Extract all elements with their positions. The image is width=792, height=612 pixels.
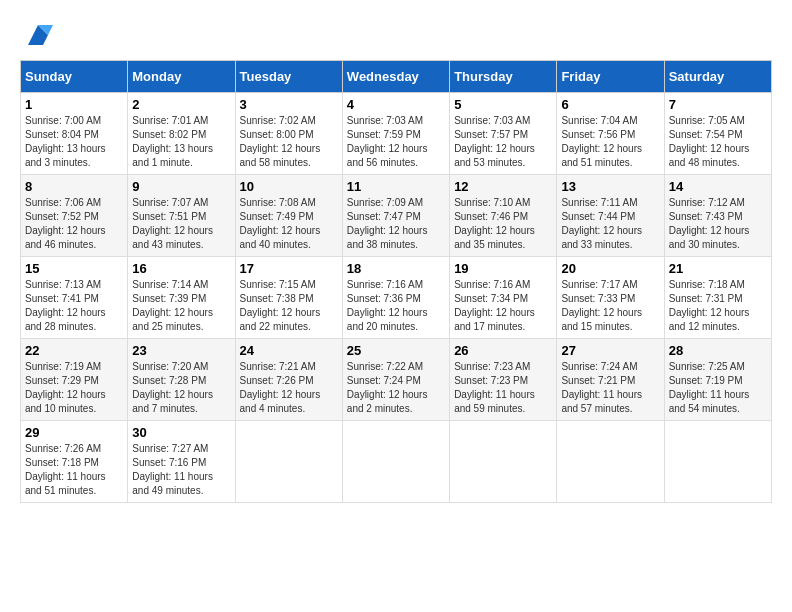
day-content: Sunrise: 7:25 AMSunset: 7:19 PMDaylight:… [669, 360, 767, 416]
day-number: 3 [240, 97, 338, 112]
table-row: 19Sunrise: 7:16 AMSunset: 7:34 PMDayligh… [450, 257, 557, 339]
table-row: 2Sunrise: 7:01 AMSunset: 8:02 PMDaylight… [128, 93, 235, 175]
day-content: Sunrise: 7:17 AMSunset: 7:33 PMDaylight:… [561, 278, 659, 334]
table-row: 11Sunrise: 7:09 AMSunset: 7:47 PMDayligh… [342, 175, 449, 257]
day-content: Sunrise: 7:22 AMSunset: 7:24 PMDaylight:… [347, 360, 445, 416]
day-content: Sunrise: 7:03 AMSunset: 7:57 PMDaylight:… [454, 114, 552, 170]
day-content: Sunrise: 7:07 AMSunset: 7:51 PMDaylight:… [132, 196, 230, 252]
table-row: 1Sunrise: 7:00 AMSunset: 8:04 PMDaylight… [21, 93, 128, 175]
day-number: 20 [561, 261, 659, 276]
day-content: Sunrise: 7:18 AMSunset: 7:31 PMDaylight:… [669, 278, 767, 334]
day-number: 5 [454, 97, 552, 112]
day-content: Sunrise: 7:24 AMSunset: 7:21 PMDaylight:… [561, 360, 659, 416]
table-row: 15Sunrise: 7:13 AMSunset: 7:41 PMDayligh… [21, 257, 128, 339]
table-row: 17Sunrise: 7:15 AMSunset: 7:38 PMDayligh… [235, 257, 342, 339]
day-number: 9 [132, 179, 230, 194]
table-row: 12Sunrise: 7:10 AMSunset: 7:46 PMDayligh… [450, 175, 557, 257]
day-number: 17 [240, 261, 338, 276]
col-saturday: Saturday [664, 61, 771, 93]
day-content: Sunrise: 7:05 AMSunset: 7:54 PMDaylight:… [669, 114, 767, 170]
day-content: Sunrise: 7:00 AMSunset: 8:04 PMDaylight:… [25, 114, 123, 170]
day-content: Sunrise: 7:13 AMSunset: 7:41 PMDaylight:… [25, 278, 123, 334]
day-content: Sunrise: 7:20 AMSunset: 7:28 PMDaylight:… [132, 360, 230, 416]
header-row: Sunday Monday Tuesday Wednesday Thursday… [21, 61, 772, 93]
day-number: 14 [669, 179, 767, 194]
day-number: 18 [347, 261, 445, 276]
day-content: Sunrise: 7:21 AMSunset: 7:26 PMDaylight:… [240, 360, 338, 416]
day-number: 2 [132, 97, 230, 112]
day-content: Sunrise: 7:06 AMSunset: 7:52 PMDaylight:… [25, 196, 123, 252]
day-number: 25 [347, 343, 445, 358]
day-number: 26 [454, 343, 552, 358]
calendar-row: 22Sunrise: 7:19 AMSunset: 7:29 PMDayligh… [21, 339, 772, 421]
table-row [342, 421, 449, 503]
col-thursday: Thursday [450, 61, 557, 93]
table-row: 7Sunrise: 7:05 AMSunset: 7:54 PMDaylight… [664, 93, 771, 175]
day-content: Sunrise: 7:14 AMSunset: 7:39 PMDaylight:… [132, 278, 230, 334]
col-sunday: Sunday [21, 61, 128, 93]
day-number: 27 [561, 343, 659, 358]
day-number: 24 [240, 343, 338, 358]
day-content: Sunrise: 7:23 AMSunset: 7:23 PMDaylight:… [454, 360, 552, 416]
day-number: 19 [454, 261, 552, 276]
day-number: 8 [25, 179, 123, 194]
calendar-table: Sunday Monday Tuesday Wednesday Thursday… [20, 60, 772, 503]
col-monday: Monday [128, 61, 235, 93]
day-content: Sunrise: 7:10 AMSunset: 7:46 PMDaylight:… [454, 196, 552, 252]
day-content: Sunrise: 7:19 AMSunset: 7:29 PMDaylight:… [25, 360, 123, 416]
table-row: 23Sunrise: 7:20 AMSunset: 7:28 PMDayligh… [128, 339, 235, 421]
table-row: 27Sunrise: 7:24 AMSunset: 7:21 PMDayligh… [557, 339, 664, 421]
table-row: 4Sunrise: 7:03 AMSunset: 7:59 PMDaylight… [342, 93, 449, 175]
day-number: 1 [25, 97, 123, 112]
col-friday: Friday [557, 61, 664, 93]
table-row: 13Sunrise: 7:11 AMSunset: 7:44 PMDayligh… [557, 175, 664, 257]
day-content: Sunrise: 7:03 AMSunset: 7:59 PMDaylight:… [347, 114, 445, 170]
table-row: 28Sunrise: 7:25 AMSunset: 7:19 PMDayligh… [664, 339, 771, 421]
day-number: 6 [561, 97, 659, 112]
table-row: 9Sunrise: 7:07 AMSunset: 7:51 PMDaylight… [128, 175, 235, 257]
logo-icon [23, 20, 53, 50]
table-row: 6Sunrise: 7:04 AMSunset: 7:56 PMDaylight… [557, 93, 664, 175]
table-row: 26Sunrise: 7:23 AMSunset: 7:23 PMDayligh… [450, 339, 557, 421]
day-content: Sunrise: 7:15 AMSunset: 7:38 PMDaylight:… [240, 278, 338, 334]
page-header [20, 20, 772, 50]
day-number: 28 [669, 343, 767, 358]
col-tuesday: Tuesday [235, 61, 342, 93]
table-row [450, 421, 557, 503]
day-content: Sunrise: 7:08 AMSunset: 7:49 PMDaylight:… [240, 196, 338, 252]
day-number: 11 [347, 179, 445, 194]
table-row: 20Sunrise: 7:17 AMSunset: 7:33 PMDayligh… [557, 257, 664, 339]
table-row: 5Sunrise: 7:03 AMSunset: 7:57 PMDaylight… [450, 93, 557, 175]
day-content: Sunrise: 7:02 AMSunset: 8:00 PMDaylight:… [240, 114, 338, 170]
day-number: 16 [132, 261, 230, 276]
day-number: 12 [454, 179, 552, 194]
table-row: 29Sunrise: 7:26 AMSunset: 7:18 PMDayligh… [21, 421, 128, 503]
table-row: 30Sunrise: 7:27 AMSunset: 7:16 PMDayligh… [128, 421, 235, 503]
day-content: Sunrise: 7:11 AMSunset: 7:44 PMDaylight:… [561, 196, 659, 252]
logo [20, 20, 53, 50]
day-content: Sunrise: 7:16 AMSunset: 7:34 PMDaylight:… [454, 278, 552, 334]
table-row: 18Sunrise: 7:16 AMSunset: 7:36 PMDayligh… [342, 257, 449, 339]
table-row: 16Sunrise: 7:14 AMSunset: 7:39 PMDayligh… [128, 257, 235, 339]
day-content: Sunrise: 7:27 AMSunset: 7:16 PMDaylight:… [132, 442, 230, 498]
day-content: Sunrise: 7:26 AMSunset: 7:18 PMDaylight:… [25, 442, 123, 498]
table-row: 14Sunrise: 7:12 AMSunset: 7:43 PMDayligh… [664, 175, 771, 257]
calendar-row: 29Sunrise: 7:26 AMSunset: 7:18 PMDayligh… [21, 421, 772, 503]
table-row: 22Sunrise: 7:19 AMSunset: 7:29 PMDayligh… [21, 339, 128, 421]
col-wednesday: Wednesday [342, 61, 449, 93]
day-number: 22 [25, 343, 123, 358]
table-row: 25Sunrise: 7:22 AMSunset: 7:24 PMDayligh… [342, 339, 449, 421]
day-number: 21 [669, 261, 767, 276]
day-number: 10 [240, 179, 338, 194]
table-row: 8Sunrise: 7:06 AMSunset: 7:52 PMDaylight… [21, 175, 128, 257]
day-content: Sunrise: 7:01 AMSunset: 8:02 PMDaylight:… [132, 114, 230, 170]
day-number: 7 [669, 97, 767, 112]
day-number: 29 [25, 425, 123, 440]
day-content: Sunrise: 7:09 AMSunset: 7:47 PMDaylight:… [347, 196, 445, 252]
day-number: 4 [347, 97, 445, 112]
table-row [557, 421, 664, 503]
table-row: 24Sunrise: 7:21 AMSunset: 7:26 PMDayligh… [235, 339, 342, 421]
table-row: 10Sunrise: 7:08 AMSunset: 7:49 PMDayligh… [235, 175, 342, 257]
table-row: 21Sunrise: 7:18 AMSunset: 7:31 PMDayligh… [664, 257, 771, 339]
day-number: 30 [132, 425, 230, 440]
